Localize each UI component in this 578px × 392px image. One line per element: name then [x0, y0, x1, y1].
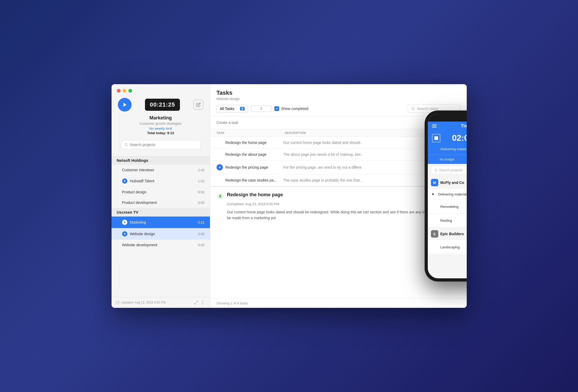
phone-stop-button[interactable]: [432, 134, 440, 142]
phone-project-item[interactable]: Delivering material 0:00: [428, 189, 467, 200]
project-item-website-design[interactable]: Website design 0:00: [112, 228, 210, 240]
col-header-task: TASK: [217, 131, 285, 134]
project-item-hubstaff-talent[interactable]: Hubstaff Talent 1:02: [112, 175, 210, 187]
svg-point-13: [435, 169, 437, 171]
phone-project-name: Roofing: [440, 219, 467, 223]
phone-search-input[interactable]: Search projects: [431, 166, 467, 174]
svg-marker-4: [124, 221, 126, 223]
phone-no-budget: No budget: [428, 155, 467, 164]
play-button[interactable]: [118, 98, 132, 112]
search-tasks-placeholder: Search tasks: [417, 107, 438, 111]
phone-project-item[interactable]: Remodeling 0:00 22 tasks: [428, 200, 467, 214]
weekly-limit: No weekly limit: [117, 127, 205, 130]
search-tasks-icon: [411, 107, 415, 110]
phone-search-icon: [434, 169, 438, 172]
svg-marker-15: [432, 193, 434, 195]
svg-marker-0: [123, 103, 127, 107]
sidebar: 00:21:25 Marketing Customer growth strat…: [112, 84, 210, 308]
phone-projects-list: M McFly and Co Delivering material 0:00: [428, 176, 467, 278]
phone-project-item[interactable]: Landscaping 0:00 120 tasks ›: [428, 240, 467, 254]
project-item-product-development[interactable]: Product development 0:00: [112, 197, 210, 208]
timer-area: 00:21:25: [117, 98, 205, 112]
project-item-customer-interviews[interactable]: Customer inteviews 2:42: [112, 165, 210, 175]
show-completed[interactable]: Show completed: [274, 106, 309, 111]
phone-mockup: Timer 02:02:00 ✎ Delivering material and…: [425, 110, 467, 282]
task-name: Redesign the case studies pa...: [225, 178, 283, 182]
filter-select-2[interactable]: [251, 105, 272, 112]
collapse-icon[interactable]: [202, 300, 206, 305]
phone-screen: Timer 02:02:00 ✎ Delivering material and…: [428, 114, 467, 278]
task-detail-title-row: Redesign the home page: [217, 192, 460, 200]
project-name: Marketing: [117, 115, 205, 121]
phone-task-name: Delivering material and equipment: [428, 147, 467, 155]
close-button[interactable]: [117, 89, 120, 93]
project-item-website-development[interactable]: Website development 0:00: [112, 240, 210, 250]
project-info: Marketing Customer growth strategies No …: [117, 112, 205, 138]
phone-project-name: Remodeling: [440, 205, 467, 209]
sidebar-header: 00:21:25 Marketing Customer growth strat…: [112, 84, 210, 156]
task-name: Redesign the pricing page: [225, 165, 283, 169]
recycle-icon: [217, 193, 224, 200]
phone-notch-inner: [451, 115, 467, 120]
group-header-netsoft: Netsoft Holdings: [112, 156, 210, 165]
refresh-icon: [116, 301, 119, 304]
projects-list: Netsoft Holdings Customer inteviews 2:42…: [112, 156, 210, 297]
footer-icons: [194, 300, 206, 305]
create-task-input[interactable]: [217, 120, 450, 125]
phone-group-avatar-epic: E: [431, 230, 438, 238]
project-item-marketing[interactable]: Marketing 0:21: [112, 217, 210, 228]
phone-group-name-epic: Epic Builders: [440, 232, 464, 236]
phone-total-today: Total today: 9:03: [466, 155, 467, 164]
task-name: Redesign the about page: [225, 152, 283, 157]
tasks-toolbar: All Tasks Show complete: [217, 104, 460, 116]
phone-project-name: Delivering material: [438, 192, 467, 196]
task-detail-title: Redesign the home page: [227, 192, 283, 198]
group-header-uscreen: Uscreen TV: [112, 208, 210, 217]
refresh-area[interactable]: Updated: Aug 12, 2018 4:50 PM: [116, 301, 166, 304]
expand-icon[interactable]: [194, 300, 198, 305]
tasks-subtitle: Website design: [217, 97, 460, 101]
phone-project-name: Landscaping: [440, 245, 467, 249]
app-window: 00:21:25 Marketing Customer growth strat…: [112, 84, 467, 308]
search-icon: [124, 143, 128, 147]
timer-display: 00:21:25: [145, 99, 180, 111]
tasks-title: Tasks: [217, 89, 460, 96]
filter-arrow: [240, 107, 245, 110]
search-projects-input[interactable]: [130, 143, 197, 147]
phone-group-header-mcfly: M McFly and Co: [428, 176, 467, 189]
sidebar-footer: Updated: Aug 12, 2018 4:50 PM: [112, 297, 210, 308]
phone-search-bar: Search projects: [428, 164, 467, 176]
play-icon-website-design[interactable]: [122, 231, 127, 237]
phone-project-item[interactable]: Roofing 0:00 120 tasks: [428, 214, 467, 228]
play-icon-hubstaff[interactable]: [122, 178, 127, 184]
svg-point-12: [219, 196, 220, 197]
menu-icon[interactable]: [432, 124, 437, 128]
play-icon-marketing[interactable]: [122, 220, 127, 225]
phone-group-avatar-mcfly: M: [431, 179, 438, 186]
svg-line-2: [127, 145, 127, 146]
phone-notch: [428, 114, 467, 122]
filter-select-all-tasks[interactable]: All Tasks: [217, 105, 248, 113]
svg-marker-10: [219, 166, 221, 168]
maximize-button[interactable]: [128, 89, 132, 93]
edit-timer-button[interactable]: [193, 100, 203, 110]
phone-header-title: Timer: [461, 124, 467, 128]
status-text: Showing 1 of 4 tasks: [217, 301, 248, 305]
show-completed-checkbox[interactable]: [274, 106, 279, 111]
main-header: Tasks Website design All Tasks: [210, 84, 467, 116]
minimize-button[interactable]: [123, 89, 126, 93]
task-detail-body: Our current home page looks dated and sh…: [217, 209, 460, 221]
task-play-indicator[interactable]: [217, 164, 223, 170]
show-completed-label: Show completed: [281, 107, 309, 111]
phone-group-name-mcfly: McFly and Co: [440, 180, 464, 185]
phone-play-delivering[interactable]: [431, 192, 436, 197]
total-today: Total today: 8:12: [117, 131, 205, 135]
svg-line-14: [436, 171, 437, 171]
window-controls: [117, 89, 205, 93]
project-desc: Customer growth strategies: [117, 122, 205, 125]
phone-timer-display: 02:02:00: [444, 133, 467, 143]
phone-search-placeholder: Search projects: [439, 168, 463, 172]
svg-marker-3: [124, 180, 126, 182]
project-item-product-design[interactable]: Product design 0:00: [112, 187, 210, 197]
search-projects-wrap[interactable]: [121, 140, 200, 149]
